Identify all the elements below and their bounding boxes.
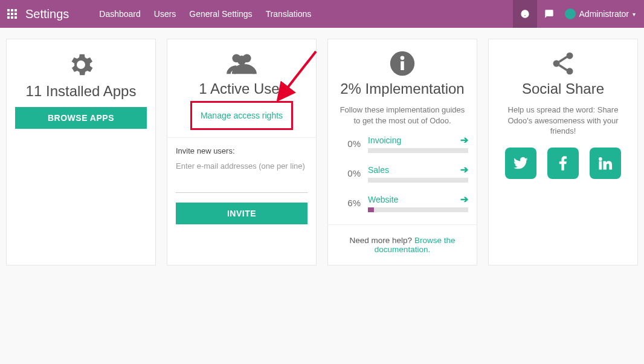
impl-bar: [368, 178, 468, 183]
app-title: Settings: [25, 7, 69, 21]
messages-icon[interactable]: [513, 0, 537, 28]
avatar-icon: [565, 8, 576, 19]
nav-links: Dashboard Users General Settings Transla…: [99, 9, 311, 19]
impl-title: 2% Implementation: [336, 80, 468, 97]
chat-icon[interactable]: [537, 0, 561, 28]
facebook-button[interactable]: [547, 148, 579, 179]
apps-title: 11 Installed Apps: [15, 83, 147, 100]
user-name: Administrator: [579, 9, 629, 19]
nav-translations[interactable]: Translations: [266, 9, 312, 19]
browse-apps-button[interactable]: BROWSE APPS: [15, 107, 147, 129]
impl-bar: [368, 148, 468, 153]
card-installed-apps: 11 Installed Apps BROWSE APPS: [6, 39, 156, 265]
impl-link-invoicing[interactable]: Invoicing: [368, 135, 401, 145]
impl-pct: 0%: [336, 168, 361, 178]
svg-point-7: [553, 60, 560, 67]
nav-dashboard[interactable]: Dashboard: [99, 9, 141, 19]
users-icon: [176, 50, 308, 77]
impl-bar: [368, 207, 468, 212]
social-subtitle: Help us spread the word: Share Odoo's aw…: [497, 105, 629, 137]
svg-rect-5: [401, 61, 404, 70]
svg-point-8: [567, 53, 573, 59]
impl-pct: 6%: [336, 198, 361, 208]
info-icon: [336, 50, 468, 77]
social-title: Social Share: [497, 80, 629, 97]
card-implementation: 2% Implementation Follow these implement…: [327, 39, 477, 265]
users-title: 1 Active User: [176, 80, 308, 97]
user-menu[interactable]: Administrator ▾: [561, 8, 639, 19]
invite-button[interactable]: INVITE: [176, 203, 308, 224]
dashboard-grid: 11 Installed Apps BROWSE APPS 1 Active U…: [0, 28, 644, 276]
invite-emails-input[interactable]: [176, 159, 308, 193]
arrow-right-icon[interactable]: ➔: [460, 134, 468, 146]
apps-grid-icon[interactable]: [7, 9, 17, 19]
linkedin-button[interactable]: [590, 148, 621, 179]
impl-subtitle: Follow these implementation guides to ge…: [336, 105, 468, 126]
twitter-button[interactable]: [505, 148, 536, 179]
impl-row-invoicing: 0% Invoicing ➔: [336, 134, 468, 153]
manage-access-link[interactable]: Manage access rights: [201, 111, 283, 120]
manage-access-highlight: Manage access rights: [190, 101, 293, 130]
share-icon: [497, 50, 629, 77]
impl-link-sales[interactable]: Sales: [368, 165, 389, 175]
gear-icon: [15, 50, 147, 79]
impl-row-sales: 0% Sales ➔: [336, 164, 468, 183]
arrow-right-icon[interactable]: ➔: [460, 193, 468, 205]
nav-users[interactable]: Users: [154, 9, 176, 19]
nav-general-settings[interactable]: General Settings: [189, 9, 252, 19]
card-social-share: Social Share Help us spread the word: Sh…: [488, 39, 638, 265]
arrow-right-icon[interactable]: ➔: [460, 164, 468, 175]
help-box: Need more help? Browse the documentation…: [328, 224, 477, 265]
card-active-user: 1 Active User Manage access rights Invit…: [167, 39, 317, 265]
caret-down-icon: ▾: [633, 11, 636, 18]
impl-row-website: 6% Website ➔: [336, 193, 468, 212]
invite-label: Invite new users:: [176, 146, 308, 155]
help-text: Need more help?: [350, 236, 414, 245]
svg-point-2: [237, 56, 246, 65]
impl-link-website[interactable]: Website: [368, 195, 398, 204]
svg-point-6: [401, 56, 405, 60]
top-navbar: Settings Dashboard Users General Setting…: [0, 0, 644, 28]
svg-point-9: [567, 68, 573, 74]
impl-pct: 0%: [336, 138, 361, 149]
